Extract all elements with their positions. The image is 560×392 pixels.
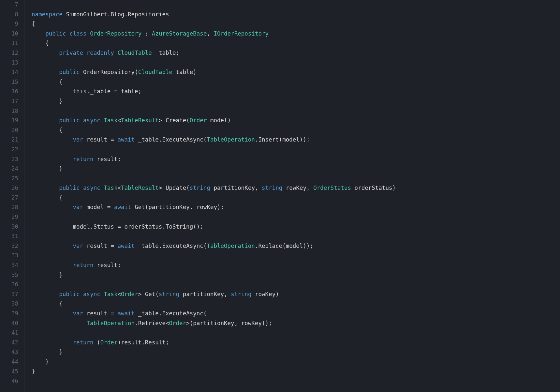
code-line[interactable]: return result; [32, 261, 560, 270]
code-line[interactable]: { [32, 77, 560, 87]
code-line[interactable]: public async Task<TableResult> Update(st… [32, 183, 560, 193]
line-number: 32 [0, 241, 18, 251]
line-number: 27 [0, 193, 18, 203]
code-editor[interactable]: 7891011121314151617181920212223242526272… [0, 0, 560, 392]
code-line[interactable]: var result = await _table.ExecuteAsync(T… [32, 241, 560, 251]
code-area[interactable]: namespace SimonGilbert.Blog.Repositories… [24, 0, 560, 392]
code-line[interactable] [32, 212, 560, 222]
line-number: 35 [0, 270, 18, 280]
line-number: 33 [0, 251, 18, 261]
code-line[interactable]: namespace SimonGilbert.Blog.Repositories [32, 10, 560, 20]
code-line[interactable]: private readonly CloudTable _table; [32, 48, 560, 58]
line-number: 7 [0, 0, 18, 10]
code-line[interactable]: { [32, 193, 560, 203]
code-line[interactable]: } [32, 270, 560, 280]
code-line[interactable] [32, 145, 560, 155]
line-number: 19 [0, 116, 18, 126]
code-line[interactable]: } [32, 367, 560, 377]
line-number: 16 [0, 87, 18, 97]
code-line[interactable]: public async Task<Order> Get(string part… [32, 290, 560, 299]
code-line[interactable] [32, 376, 560, 386]
line-number: 41 [0, 328, 18, 338]
line-number: 21 [0, 135, 18, 145]
code-line[interactable]: model.Status = orderStatus.ToString(); [32, 222, 560, 232]
line-number: 12 [0, 48, 18, 58]
line-number-gutter: 7891011121314151617181920212223242526272… [0, 0, 24, 392]
code-line[interactable]: } [32, 97, 560, 106]
line-number: 11 [0, 38, 18, 48]
code-line[interactable]: { [32, 299, 560, 309]
line-number: 9 [0, 19, 18, 29]
code-line[interactable]: return result; [32, 155, 560, 164]
line-number: 34 [0, 261, 18, 270]
code-line[interactable]: public async Task<TableResult> Create(Or… [32, 116, 560, 126]
code-line[interactable] [32, 0, 560, 10]
line-number: 43 [0, 347, 18, 357]
code-line[interactable]: } [32, 164, 560, 174]
code-line[interactable]: } [32, 357, 560, 367]
code-line[interactable]: } [32, 347, 560, 357]
line-number: 30 [0, 222, 18, 232]
line-number: 39 [0, 309, 18, 319]
code-line[interactable]: return (Order)result.Result; [32, 338, 560, 348]
line-number: 25 [0, 174, 18, 184]
code-line[interactable]: { [32, 38, 560, 48]
code-line[interactable] [32, 328, 560, 338]
line-number: 8 [0, 10, 18, 20]
code-line[interactable] [32, 58, 560, 68]
code-line[interactable] [32, 106, 560, 116]
code-line[interactable]: public class OrderRepository : AzureStor… [32, 29, 560, 39]
line-number: 14 [0, 68, 18, 77]
line-number: 20 [0, 126, 18, 135]
line-number: 38 [0, 299, 18, 309]
line-number: 17 [0, 97, 18, 106]
code-line[interactable]: public OrderRepository(CloudTable table) [32, 68, 560, 77]
line-number: 46 [0, 376, 18, 386]
line-number: 40 [0, 319, 18, 328]
code-line[interactable]: var result = await _table.ExecuteAsync(T… [32, 135, 560, 145]
line-number: 10 [0, 29, 18, 39]
line-number: 26 [0, 183, 18, 193]
code-line[interactable]: { [32, 19, 560, 29]
line-number: 42 [0, 338, 18, 348]
code-line[interactable]: { [32, 126, 560, 135]
code-line[interactable]: var result = await _table.ExecuteAsync( [32, 309, 560, 319]
line-number: 45 [0, 367, 18, 377]
line-number: 23 [0, 155, 18, 164]
line-number: 44 [0, 357, 18, 367]
line-number: 37 [0, 290, 18, 299]
line-number: 28 [0, 203, 18, 212]
code-line[interactable] [32, 251, 560, 261]
line-number: 22 [0, 145, 18, 155]
code-line[interactable] [32, 174, 560, 184]
line-number: 36 [0, 280, 18, 290]
line-number: 31 [0, 232, 18, 241]
code-line[interactable]: var model = await Get(partitionKey, rowK… [32, 203, 560, 212]
line-number: 13 [0, 58, 18, 68]
code-line[interactable]: this._table = table; [32, 87, 560, 97]
code-line[interactable]: TableOperation.Retrieve<Order>(partition… [32, 319, 560, 328]
line-number: 24 [0, 164, 18, 174]
line-number: 18 [0, 106, 18, 116]
code-line[interactable] [32, 232, 560, 241]
line-number: 29 [0, 212, 18, 222]
line-number: 15 [0, 77, 18, 87]
code-line[interactable] [32, 280, 560, 290]
